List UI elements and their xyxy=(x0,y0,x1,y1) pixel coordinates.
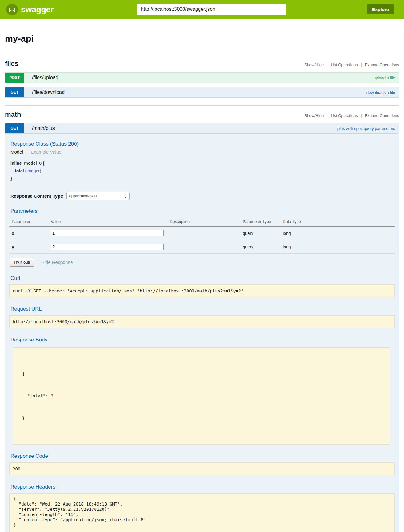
request-url-block: http://localhost:3000/math/plus?x=1&y=2 xyxy=(9,315,395,328)
show-hide-link[interactable]: Show/Hide xyxy=(301,62,327,67)
param-type: query xyxy=(240,227,280,240)
show-hide-link[interactable]: Show/Hide xyxy=(301,113,327,118)
param-data-type: long xyxy=(280,227,395,240)
files-section-controls: Show/Hide List Operations Expand Operati… xyxy=(301,62,399,68)
model-signature: inline_model_0 { total (integer) } xyxy=(10,159,395,183)
expand-operations-link[interactable]: Expand Operations xyxy=(362,113,399,118)
api-title: my-api xyxy=(5,34,399,44)
parameters-table-header-row: Parameter Value Description Parameter Ty… xyxy=(9,217,395,227)
resource-link-files[interactable]: files xyxy=(5,60,18,68)
operation-summary-link[interactable]: upload a file xyxy=(374,73,395,83)
model-declaration: inline_model_0 { xyxy=(10,159,395,167)
model-property-name: total xyxy=(15,168,24,173)
explore-button[interactable]: Explore xyxy=(367,4,394,14)
list-operations-link[interactable]: List Operations xyxy=(327,113,361,118)
column-header-data-type: Data Type xyxy=(280,217,395,227)
parameters-table: Parameter Value Description Parameter Ty… xyxy=(9,217,395,254)
column-header-parameter: Parameter xyxy=(9,217,48,227)
files-section-heading: files Show/Hide List Operations Expand O… xyxy=(5,60,399,68)
table-row-param-x: x query long xyxy=(9,227,395,240)
json-total-line: "total": 3 xyxy=(22,392,387,400)
param-name: y xyxy=(12,244,14,249)
expand-operations-link[interactable]: Expand Operations xyxy=(362,62,399,67)
response-class-heading: Response Class (Status 200) xyxy=(10,141,395,147)
math-section-controls: Show/Hide List Operations Expand Operati… xyxy=(301,113,399,119)
column-header-parameter-type: Parameter Type xyxy=(240,217,280,227)
swagger-braces-icon: {…} xyxy=(6,4,18,15)
curl-heading: Curl xyxy=(10,275,395,281)
param-data-type: long xyxy=(280,240,395,254)
resource-link-math[interactable]: math xyxy=(5,111,21,119)
operation-path-link[interactable]: /files/download xyxy=(32,87,65,97)
hide-response-link[interactable]: Hide Response xyxy=(41,260,73,265)
model-property: total (integer) xyxy=(15,167,395,175)
response-body-block: { "total": 3 } xyxy=(13,347,390,445)
model-property-type: (integer) xyxy=(25,168,41,173)
response-content-type-select[interactable]: application/json ▲▼ xyxy=(66,192,130,200)
tab-example-value[interactable]: Example Value xyxy=(27,149,62,155)
json-open-brace: { xyxy=(22,370,387,377)
spec-url-input[interactable] xyxy=(138,5,285,14)
section-divider xyxy=(5,105,399,106)
operation-summary-link[interactable]: plus with spec query parameters xyxy=(337,123,395,133)
response-content-type-row: Response Content Type application/json ▲… xyxy=(10,192,395,200)
response-body-heading: Response Body xyxy=(10,337,395,343)
operation-detail-panel: Response Class (Status 200) Model Exampl… xyxy=(5,134,399,532)
operation-summary-link[interactable]: downloads a file xyxy=(366,87,395,97)
try-it-out-button[interactable]: Try it out! xyxy=(10,258,34,267)
get-method-badge: GET xyxy=(5,123,24,133)
get-method-badge: GET xyxy=(5,87,24,97)
parameters-heading: Parameters xyxy=(10,208,395,214)
operation-row-post-files-upload[interactable]: POST /files/upload upload a file xyxy=(5,72,399,83)
param-x-value-input[interactable] xyxy=(51,230,164,236)
try-row: Try it out! Hide Response xyxy=(10,258,395,267)
list-operations-link[interactable]: List Operations xyxy=(327,62,361,67)
post-method-badge: POST xyxy=(5,73,24,83)
operation-row-get-files-download[interactable]: GET /files/download downloads a file xyxy=(5,87,399,98)
response-headers-heading: Response Headers xyxy=(10,484,395,490)
response-headers-block: { "date": "Wed, 22 Aug 2018 18:49:13 GMT… xyxy=(9,493,395,532)
param-type: query xyxy=(240,240,280,254)
response-code-block: 200 xyxy=(9,462,395,475)
json-key: "total": xyxy=(27,393,48,398)
response-code-heading: Response Code xyxy=(10,453,395,459)
math-section-heading: math Show/Hide List Operations Expand Op… xyxy=(5,111,399,119)
request-url-heading: Request URL xyxy=(10,306,395,312)
select-arrows-icon: ▲▼ xyxy=(125,193,127,199)
model-closing-brace: } xyxy=(10,175,395,183)
operation-path-link[interactable]: /math/plus xyxy=(32,123,55,133)
param-description xyxy=(167,227,240,240)
selected-content-type: application/json xyxy=(69,194,97,198)
table-row-param-y: y query long xyxy=(9,240,395,254)
curl-command-block: curl -X GET --header 'Accept: applicatio… xyxy=(9,284,395,297)
tab-model[interactable]: Model xyxy=(10,149,27,155)
param-name: x xyxy=(12,231,14,236)
swagger-logo[interactable]: {…} swagger xyxy=(6,4,54,15)
column-header-description: Description xyxy=(167,217,240,227)
signature-tabs: Model Example Value xyxy=(10,149,395,155)
json-close-brace: } xyxy=(22,414,387,422)
operation-path-link[interactable]: /files/upload xyxy=(32,73,58,83)
operation-row-get-math-plus[interactable]: GET /math/plus plus with spec query para… xyxy=(5,123,399,134)
spec-url-wrap xyxy=(137,4,286,15)
column-header-value: Value xyxy=(48,217,167,227)
param-description xyxy=(167,240,240,254)
param-y-value-input[interactable] xyxy=(51,244,164,250)
response-content-type-label: Response Content Type xyxy=(10,193,63,199)
page-body: my-api files Show/Hide List Operations E… xyxy=(0,34,404,532)
brand-title: swagger xyxy=(21,5,54,14)
header-bar: {…} swagger Explore xyxy=(0,0,404,19)
json-number: 3 xyxy=(51,393,53,398)
